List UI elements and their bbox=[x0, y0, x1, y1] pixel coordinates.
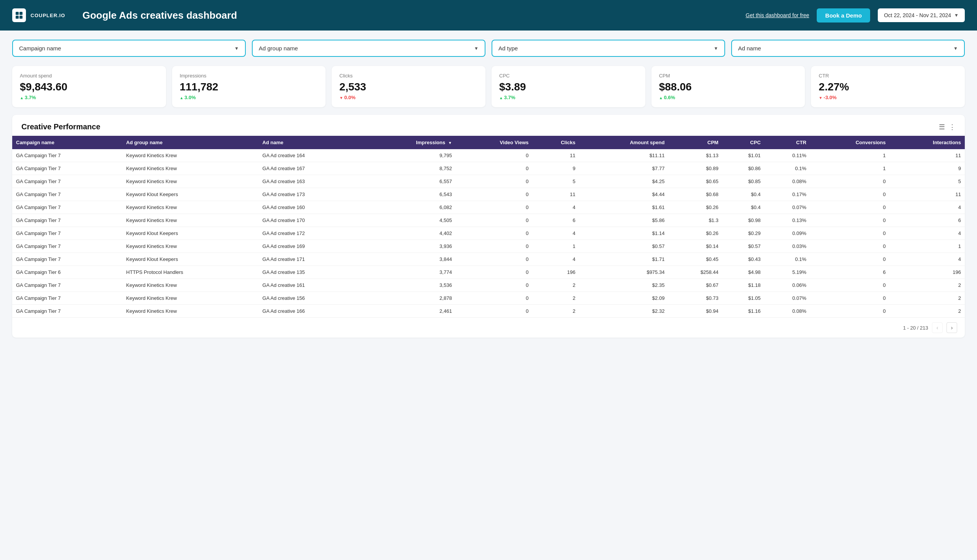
th-video-views: Video Views bbox=[456, 136, 533, 149]
td-impressions: 6,557 bbox=[364, 175, 456, 188]
td-interactions: 196 bbox=[890, 266, 965, 279]
td-ctr: 0.03% bbox=[765, 240, 810, 253]
td-ad-group-name: Keyword Kinetics Krew bbox=[122, 175, 259, 188]
kpi-label-ctr: CTR bbox=[818, 73, 957, 78]
td-ctr: 0.06% bbox=[765, 279, 810, 292]
td-cpm: $258.44 bbox=[668, 266, 722, 279]
table-row: GA Campaign Tier 7Keyword Klout KeepersG… bbox=[12, 253, 965, 266]
kpi-change-cpm: 0.6% bbox=[659, 95, 798, 100]
kpi-value-amount-spend: $9,843.60 bbox=[20, 81, 159, 93]
filter-icon[interactable]: ☰ bbox=[939, 123, 945, 131]
table-header-row: Creative Performance ☰ ⋮ bbox=[12, 115, 965, 136]
td-campaign-name: GA Campaign Tier 7 bbox=[12, 149, 122, 162]
td-ad-group-name: Keyword Kinetics Krew bbox=[122, 214, 259, 227]
td-cpm: $0.26 bbox=[668, 201, 722, 214]
td-ad-group-name: HTTPS Protocol Handlers bbox=[122, 266, 259, 279]
td-ad-group-name: Keyword Kinetics Krew bbox=[122, 201, 259, 214]
td-cpc: $0.4 bbox=[722, 188, 765, 201]
kpi-change-impressions: 3.0% bbox=[180, 95, 318, 100]
td-cpc: $0.4 bbox=[722, 201, 765, 214]
sort-arrow-icon: ▼ bbox=[448, 141, 452, 145]
td-cpm: $0.68 bbox=[668, 188, 722, 201]
creative-performance-table: Campaign nameAd group nameAd nameImpress… bbox=[12, 136, 965, 318]
svg-rect-0 bbox=[16, 12, 19, 15]
td-cpm: $1.13 bbox=[668, 149, 722, 162]
td-conversions: 0 bbox=[810, 305, 890, 318]
td-clicks: 2 bbox=[533, 279, 580, 292]
td-interactions: 2 bbox=[890, 292, 965, 305]
td-video-views: 0 bbox=[456, 201, 533, 214]
date-range-picker[interactable]: Oct 22, 2024 - Nov 21, 2024 ▼ bbox=[878, 8, 965, 22]
td-clicks: 11 bbox=[533, 188, 580, 201]
table-row: GA Campaign Tier 7Keyword Kinetics KrewG… bbox=[12, 149, 965, 162]
td-amount-spend: $0.57 bbox=[580, 240, 669, 253]
table-row: GA Campaign Tier 7Keyword Klout KeepersG… bbox=[12, 227, 965, 240]
svg-rect-2 bbox=[16, 16, 19, 19]
td-campaign-name: GA Campaign Tier 7 bbox=[12, 253, 122, 266]
pagination-next-button[interactable]: › bbox=[947, 322, 957, 333]
td-video-views: 0 bbox=[456, 266, 533, 279]
th-impressions[interactable]: Impressions ▼ bbox=[364, 136, 456, 149]
kpi-value-impressions: 111,782 bbox=[180, 81, 318, 93]
td-campaign-name: GA Campaign Tier 7 bbox=[12, 240, 122, 253]
td-cpm: $0.89 bbox=[668, 162, 722, 175]
td-interactions: 11 bbox=[890, 149, 965, 162]
td-interactions: 4 bbox=[890, 227, 965, 240]
td-conversions: 0 bbox=[810, 227, 890, 240]
filter-ad-name[interactable]: Ad name▼ bbox=[731, 40, 965, 57]
td-ctr: 0.08% bbox=[765, 305, 810, 318]
td-ad-name: GA Ad creative 169 bbox=[259, 240, 364, 253]
th-ad-name: Ad name bbox=[259, 136, 364, 149]
pagination-prev-button[interactable]: ‹ bbox=[932, 322, 943, 333]
td-video-views: 0 bbox=[456, 253, 533, 266]
td-interactions: 6 bbox=[890, 214, 965, 227]
td-impressions: 6,543 bbox=[364, 188, 456, 201]
td-interactions: 4 bbox=[890, 201, 965, 214]
td-cpc: $0.57 bbox=[722, 240, 765, 253]
get-free-link[interactable]: Get this dashboard for free bbox=[746, 12, 810, 18]
td-cpm: $0.94 bbox=[668, 305, 722, 318]
td-ad-name: GA Ad creative 135 bbox=[259, 266, 364, 279]
more-options-icon[interactable]: ⋮ bbox=[949, 123, 955, 131]
td-interactions: 5 bbox=[890, 175, 965, 188]
td-interactions: 9 bbox=[890, 162, 965, 175]
td-ad-name: GA Ad creative 167 bbox=[259, 162, 364, 175]
td-video-views: 0 bbox=[456, 305, 533, 318]
td-clicks: 2 bbox=[533, 305, 580, 318]
td-campaign-name: GA Campaign Tier 7 bbox=[12, 162, 122, 175]
filter-label-campaign-name: Campaign name bbox=[19, 45, 61, 52]
filter-chevron-ad-group-name: ▼ bbox=[474, 46, 479, 51]
td-ad-group-name: Keyword Kinetics Krew bbox=[122, 305, 259, 318]
td-cpc: $0.85 bbox=[722, 175, 765, 188]
td-impressions: 3,774 bbox=[364, 266, 456, 279]
filter-label-ad-type: Ad type bbox=[498, 45, 518, 52]
th-cpm: CPM bbox=[668, 136, 722, 149]
td-amount-spend: $5.86 bbox=[580, 214, 669, 227]
td-interactions: 2 bbox=[890, 305, 965, 318]
table-row: GA Campaign Tier 7Keyword Kinetics KrewG… bbox=[12, 305, 965, 318]
td-cpc: $1.18 bbox=[722, 279, 765, 292]
filter-chevron-campaign-name: ▼ bbox=[234, 46, 239, 51]
td-cpc: $0.86 bbox=[722, 162, 765, 175]
td-campaign-name: GA Campaign Tier 7 bbox=[12, 279, 122, 292]
td-impressions: 2,461 bbox=[364, 305, 456, 318]
td-amount-spend: $1.14 bbox=[580, 227, 669, 240]
td-interactions: 4 bbox=[890, 253, 965, 266]
td-video-views: 0 bbox=[456, 162, 533, 175]
filter-ad-type[interactable]: Ad type▼ bbox=[491, 40, 725, 57]
td-conversions: 0 bbox=[810, 175, 890, 188]
table-row: GA Campaign Tier 7Keyword Kinetics KrewG… bbox=[12, 240, 965, 253]
td-cpc: $1.05 bbox=[722, 292, 765, 305]
td-impressions: 9,795 bbox=[364, 149, 456, 162]
filter-campaign-name[interactable]: Campaign name▼ bbox=[12, 40, 246, 57]
td-conversions: 0 bbox=[810, 201, 890, 214]
td-cpm: $0.45 bbox=[668, 253, 722, 266]
td-ad-group-name: Keyword Kinetics Krew bbox=[122, 279, 259, 292]
table-actions: ☰ ⋮ bbox=[939, 123, 955, 131]
filter-ad-group-name[interactable]: Ad group name▼ bbox=[252, 40, 486, 57]
kpi-card-impressions: Impressions 111,782 3.0% bbox=[172, 66, 326, 107]
book-demo-button[interactable]: Book a Demo bbox=[817, 8, 870, 23]
th-campaign-name: Campaign name bbox=[12, 136, 122, 149]
td-campaign-name: GA Campaign Tier 7 bbox=[12, 175, 122, 188]
table-row: GA Campaign Tier 7Keyword Kinetics KrewG… bbox=[12, 292, 965, 305]
